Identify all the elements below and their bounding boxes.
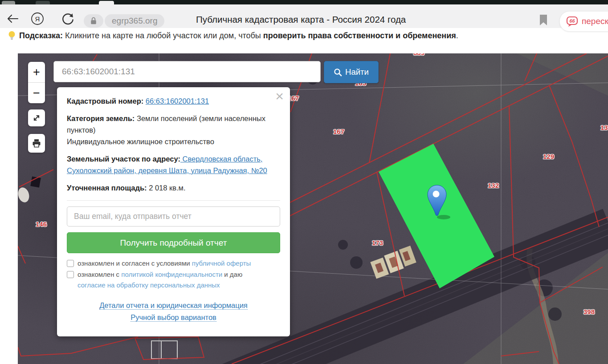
search-icon	[334, 68, 342, 77]
public-offer-link[interactable]: публичной оферты	[192, 259, 251, 267]
parcel-label: 146	[36, 220, 47, 228]
hint-text: Подсказка: Кликните на карте на любой уч…	[19, 31, 458, 40]
consent-privacy-row: ознакомлен с политикой конфиденциальност…	[67, 269, 280, 291]
svg-text:66: 66	[569, 18, 575, 24]
yandex-browser-button[interactable]: Я	[29, 11, 45, 27]
url-domain[interactable]: egrp365.org	[105, 14, 164, 28]
zoom-in-button[interactable]: +	[28, 62, 45, 83]
expand-icon	[31, 113, 42, 123]
offer-checkbox[interactable]	[67, 260, 74, 267]
area-row: Уточненная площадь: 2 018 кв.м.	[67, 182, 280, 194]
manual-choice-link[interactable]: Ручной выбор вариантов	[131, 313, 216, 322]
category-row: Категория земель: Земли поселений (земли…	[67, 113, 280, 147]
page-title: Публичная кадастровая карта - Россия 202…	[196, 14, 406, 25]
parcel-info-popup: × Кадастровый номер: 66:63:1602001:131 К…	[57, 87, 290, 336]
privacy-checkbox[interactable]	[67, 271, 74, 278]
lightbulb-icon	[8, 31, 16, 40]
left-arrow-icon	[6, 13, 19, 24]
svg-text:Я: Я	[35, 15, 40, 23]
zoom-controls: + −	[28, 62, 45, 103]
site-security-chip[interactable]	[84, 14, 103, 28]
parcel-label: 13	[600, 124, 608, 131]
parcel-label: 889	[413, 53, 424, 57]
tab-sliver[interactable]	[2, 1, 15, 4]
cadastral-number-link[interactable]: 66:63:1602001:131	[146, 97, 209, 105]
search-button-label: Найти	[345, 67, 369, 77]
email-field[interactable]	[67, 206, 280, 226]
close-icon[interactable]: ×	[275, 88, 284, 104]
get-report-button[interactable]: Получить подробный отчет	[67, 232, 280, 253]
print-button[interactable]	[28, 134, 45, 153]
parcel-label: 129	[543, 153, 554, 160]
address-row: Земельный участок по адресу: Свердловска…	[67, 153, 280, 176]
refresh-icon	[61, 12, 74, 25]
browser-toolbar: Я egrp365.org Публичная кадастровая карт…	[0, 4, 608, 28]
hint-label: Подсказка:	[19, 31, 63, 40]
zoom-out-button[interactable]: −	[28, 83, 45, 103]
parcel-label: 398	[584, 308, 595, 315]
back-button[interactable]	[4, 11, 20, 27]
consents: ознакомлен и согласен с условиями публич…	[67, 258, 280, 291]
summarize-label: переск	[582, 16, 608, 26]
address-bar[interactable]: egrp365.org	[84, 14, 164, 28]
tab-sliver[interactable]	[36, 1, 50, 4]
active-tab-sliver	[99, 1, 114, 4]
privacy-policy-link[interactable]: политикой конфиденциальности	[121, 271, 222, 278]
search-button[interactable]: Найти	[324, 61, 379, 83]
cadastral-number-row: Кадастровый номер: 66:63:1602001:131	[67, 95, 280, 107]
parcel-label: 167	[333, 128, 344, 135]
permitted-use: Индивидуальное жилищное строительство	[67, 138, 214, 146]
area-value: 2 018 кв.м.	[147, 184, 186, 192]
search-input[interactable]	[53, 61, 321, 82]
consent-offer-row: ознакомлен и согласен с условиями публич…	[67, 258, 280, 269]
parcel-label: 132	[488, 182, 499, 189]
popup-footer-links: Детали отчета и юридическая информация Р…	[67, 299, 280, 324]
bookmark-icon	[539, 14, 547, 26]
report-details-link[interactable]: Детали отчета и юридическая информация	[99, 301, 248, 310]
quote-bubble-icon: 66	[566, 16, 578, 28]
browser-tab-strip	[0, 0, 608, 4]
divider	[67, 200, 280, 201]
bookmark-button[interactable]	[537, 12, 550, 28]
hint-bar: Подсказка: Кликните на карте на любой уч…	[0, 28, 608, 43]
parcel-label: 173	[372, 239, 383, 247]
printer-icon	[31, 138, 42, 149]
personal-data-link[interactable]: согласие на обработку персональных данны…	[78, 281, 220, 289]
yandex-icon: Я	[30, 12, 45, 26]
map[interactable]: 88916716516713129132146173398 + − Найти …	[18, 53, 608, 364]
fullscreen-button[interactable]	[28, 109, 45, 126]
lock-icon	[90, 16, 98, 25]
refresh-button[interactable]	[60, 11, 76, 27]
